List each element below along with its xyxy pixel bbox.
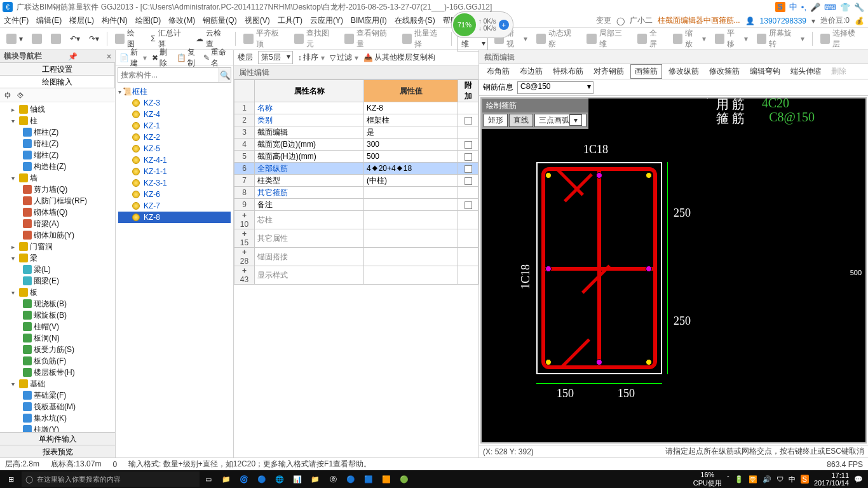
search-input[interactable] bbox=[118, 68, 219, 82]
menu-floor[interactable]: 楼层(L) bbox=[69, 15, 94, 26]
menu-cloud[interactable]: 云应用(Y) bbox=[310, 15, 343, 26]
nav-tab-settings[interactable]: 工程设置 bbox=[0, 63, 115, 75]
section-tab[interactable]: 特殊布筋 bbox=[549, 65, 587, 78]
section-tab[interactable]: 对齐钢筋 bbox=[590, 65, 628, 78]
user-id[interactable]: 13907298339 bbox=[760, 17, 806, 25]
tb-app-7[interactable]: ⓔ bbox=[324, 475, 342, 484]
kz-item[interactable]: KZ-2 bbox=[118, 132, 231, 143]
tray-sogou-icon[interactable]: S bbox=[801, 475, 809, 484]
screen-rotate-button[interactable]: 屏幕旋转▾ bbox=[754, 27, 807, 51]
menu-user-small[interactable]: 广小二 bbox=[630, 15, 653, 26]
prop-row[interactable]: 8其它箍筋 bbox=[234, 187, 478, 199]
nav-slab[interactable]: 板 bbox=[30, 287, 37, 298]
copy-from-floor-button[interactable]: 📥从其他楼层复制构 bbox=[363, 52, 435, 63]
start-button[interactable]: ⊞ bbox=[0, 475, 22, 484]
tb-app-5[interactable]: 📊 bbox=[288, 475, 306, 484]
nav-tree[interactable]: 轴线 柱 框柱(Z) 暗柱(Z) 端柱(Z) 构造柱(Z) 墙 剪力墙(Q) 人… bbox=[0, 102, 115, 432]
pin-icon[interactable]: 📌 bbox=[68, 52, 78, 61]
nav-slab-spiral[interactable]: 螺旋板(B) bbox=[34, 310, 67, 321]
local3d-button[interactable]: 局部三维 bbox=[584, 27, 630, 51]
nav-col-hidden[interactable]: 暗柱(Z) bbox=[34, 139, 58, 149]
prop-row-collapsed[interactable]: + 28锚固搭接 bbox=[234, 248, 478, 266]
find-img-button[interactable]: 查找图元 bbox=[292, 27, 338, 51]
tb-app-8[interactable]: 🔵 bbox=[342, 475, 360, 484]
kz-item[interactable]: KZ-8 bbox=[118, 212, 231, 223]
view-rebar-button[interactable]: 查看钢筋量 bbox=[342, 27, 396, 51]
nav-slab-strip[interactable]: 楼层板带(H) bbox=[34, 367, 75, 378]
network-speed-widget[interactable]: 71% ↑ 0K/s ↓ 0K/s + bbox=[451, 11, 513, 38]
prop-row[interactable]: 5截面高(H边)(mm)500 bbox=[234, 151, 478, 163]
ime-punct-icon[interactable]: •, bbox=[801, 3, 806, 12]
menu-edit[interactable]: 编辑(E) bbox=[36, 15, 62, 26]
nav-wall[interactable]: 墙 bbox=[30, 173, 37, 184]
nav-slab-cast[interactable]: 现浇板(B) bbox=[34, 299, 67, 309]
prop-row[interactable]: 1名称KZ-8 bbox=[234, 102, 478, 114]
nav-wall-hiddenbeam[interactable]: 暗梁(A) bbox=[34, 219, 59, 229]
fullscreen-button[interactable]: 全屏 bbox=[635, 27, 667, 51]
menu-change[interactable]: 变更 bbox=[596, 15, 611, 26]
zoom-button[interactable]: 缩放▾ bbox=[670, 27, 709, 51]
section-tab[interactable]: 修改纵筋 bbox=[665, 65, 703, 78]
prop-row[interactable]: 2类别框架柱 bbox=[234, 114, 478, 126]
section-tab[interactable]: 布边筋 bbox=[516, 65, 546, 78]
tb-app-2[interactable]: 🌀 bbox=[235, 475, 253, 484]
menu-modify[interactable]: 修改(M) bbox=[168, 15, 195, 26]
kz-tree[interactable]: 📜框柱 KZ-3KZ-4KZ-1KZ-2KZ-5KZ-4-1KZ-1-1KZ-3… bbox=[116, 85, 233, 458]
kz-item[interactable]: KZ-1-1 bbox=[118, 166, 231, 177]
open-button[interactable] bbox=[29, 32, 44, 45]
kz-item[interactable]: KZ-6 bbox=[118, 189, 231, 200]
menu-file[interactable]: 文件(F) bbox=[4, 15, 29, 26]
prop-row[interactable]: 6全部纵筋4⯁20+4⯁18 bbox=[234, 163, 478, 175]
section-tab[interactable]: 修改箍筋 bbox=[705, 65, 743, 78]
radio-off-icon[interactable]: ◯ bbox=[616, 17, 625, 25]
nav-collapse-icon[interactable]: ⯑ bbox=[17, 91, 24, 100]
tray-battery-icon[interactable]: 🔋 bbox=[735, 475, 743, 484]
ime-skin-icon[interactable]: 👕 bbox=[840, 3, 850, 12]
action-delete[interactable]: ✖删除 bbox=[152, 47, 171, 69]
nav-column[interactable]: 柱 bbox=[30, 116, 37, 126]
nav-foundation[interactable]: 基础 bbox=[30, 379, 45, 390]
coin-icon[interactable]: 💰 bbox=[855, 17, 864, 25]
kz-item[interactable]: KZ-3-1 bbox=[118, 177, 231, 189]
undo-button[interactable]: ↶▾ bbox=[67, 33, 83, 44]
prop-table[interactable]: 属性名称 属性值 附加 1名称KZ-82类别框架柱3截面编辑是4截面宽(B边)(… bbox=[234, 79, 478, 458]
prop-checkbox[interactable] bbox=[465, 153, 472, 161]
nav-col-struct[interactable]: 构造柱(Z) bbox=[34, 161, 66, 172]
ime-toolbar[interactable]: S 中 •, 🎤 ⌨ 👕 🔧 bbox=[773, 0, 867, 14]
menu-bim[interactable]: BIM应用(I) bbox=[351, 15, 387, 26]
sort-button[interactable]: ↕排序 bbox=[298, 52, 325, 63]
nav-found-beam[interactable]: 基础梁(F) bbox=[34, 390, 66, 401]
prop-checkbox[interactable] bbox=[465, 201, 472, 209]
draw-mode-toolbox[interactable]: 绘制箍筋 矩形直线三点画弧▾ bbox=[482, 98, 588, 129]
nav-found-sump[interactable]: 集水坑(K) bbox=[34, 413, 67, 424]
tray-ime-cn[interactable]: 中 bbox=[789, 475, 796, 484]
nav-beam[interactable]: 梁 bbox=[30, 253, 37, 264]
menu-view[interactable]: 视图(V) bbox=[245, 15, 270, 26]
action-new[interactable]: 📄新建 bbox=[119, 47, 147, 69]
nav-col-end[interactable]: 端柱(Z) bbox=[34, 150, 58, 161]
notice-link[interactable]: 柱截面编辑器中画箍筋... bbox=[658, 15, 740, 26]
prop-checkbox[interactable] bbox=[465, 177, 472, 185]
tray-volume-icon[interactable]: 🔊 bbox=[763, 475, 771, 484]
prop-row-collapsed[interactable]: + 10芯柱 bbox=[234, 211, 478, 229]
ime-lang[interactable]: 中 bbox=[789, 1, 797, 13]
prop-row[interactable]: 9备注 bbox=[234, 199, 478, 211]
batch-sel-button[interactable]: 批量选择 bbox=[400, 27, 446, 51]
ime-tool-icon[interactable]: 🔧 bbox=[854, 3, 864, 12]
nav-bottom-single[interactable]: 单构件输入 bbox=[0, 432, 115, 445]
nav-tab-drawinput[interactable]: 绘图输入 bbox=[0, 76, 115, 88]
draw-mode-button[interactable]: 三点画弧▾ bbox=[534, 114, 587, 127]
nav-found-pier[interactable]: 柱墩(Y) bbox=[34, 424, 59, 433]
nav-bottom-report[interactable]: 报表预览 bbox=[0, 445, 115, 458]
prop-checkbox[interactable] bbox=[465, 141, 472, 149]
section-tab[interactable]: 端头伸缩 bbox=[787, 65, 825, 78]
ime-mic-icon[interactable]: 🎤 bbox=[810, 3, 820, 12]
kz-item[interactable]: KZ-5 bbox=[118, 143, 231, 154]
tray-shield-icon[interactable]: 🛡 bbox=[776, 475, 783, 483]
nav-found-raft[interactable]: 筏板基础(M) bbox=[34, 402, 76, 412]
dyn-view-button[interactable]: 动态观察 bbox=[534, 27, 580, 51]
prop-row-collapsed[interactable]: + 43显示样式 bbox=[234, 266, 478, 285]
prop-checkbox[interactable] bbox=[465, 117, 472, 125]
tb-app-6[interactable]: 📁 bbox=[306, 475, 324, 484]
windows-taskbar[interactable]: ⊞ ◯ 在这里输入你要搜索的内容 ▭ 📁 🌀 🔵 🌐 📊 📁 ⓔ 🔵 🟦 🟧 🟢… bbox=[0, 470, 868, 488]
